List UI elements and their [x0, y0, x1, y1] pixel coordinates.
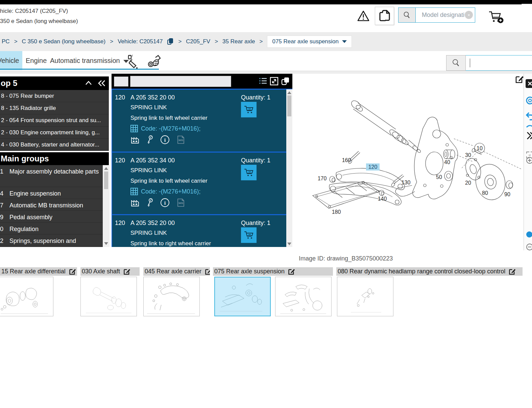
edit-icon[interactable]	[123, 268, 130, 275]
scroll-up-arrow[interactable]	[287, 91, 291, 94]
part-search-input[interactable]	[466, 55, 532, 71]
callout-160[interactable]: 160	[342, 157, 351, 163]
collapse-up-icon[interactable]	[84, 80, 93, 87]
top5-item[interactable]: 4 - 030 Battery, starter and alternator.…	[0, 139, 109, 151]
zoom-out-drawing-icon[interactable]	[526, 243, 532, 251]
callout-10[interactable]: 10	[477, 145, 483, 151]
copy-vin-icon[interactable]	[167, 38, 174, 45]
part-entry[interactable]: 120 A 205 352 20 00 Quantity: 1 SPRING L…	[112, 215, 286, 247]
part-number[interactable]: A 205 352 20 00	[130, 94, 175, 101]
edit-drawing-icon[interactable]	[515, 75, 524, 84]
bolt-icon[interactable]	[147, 54, 163, 69]
zoom-slider-handle[interactable]	[526, 231, 532, 238]
info-circle-icon[interactable]: i	[160, 198, 170, 207]
add-part-to-cart-button[interactable]	[241, 165, 257, 180]
parts-filter-input[interactable]	[130, 76, 231, 87]
scrollbar-thumb[interactable]	[104, 172, 108, 189]
hide-panel-icon[interactable]	[526, 131, 532, 140]
scroll-up-arrow[interactable]	[104, 167, 108, 170]
thumbnail-rear-axle-suspension-links[interactable]	[275, 277, 332, 316]
thumbnail-rear-axle-differential[interactable]	[0, 277, 53, 316]
scroll-down-arrow[interactable]	[104, 242, 108, 245]
add-part-to-cart-button[interactable]	[241, 102, 257, 117]
part-search-button[interactable]	[446, 55, 466, 71]
thumbnail-rear-axle-carrier[interactable]	[143, 277, 200, 316]
part-entry[interactable]: 120 A 205 352 34 00 Quantity: 1 SPRING L…	[112, 153, 286, 215]
breadcrumb-item-series[interactable]: C205_FV	[186, 38, 210, 45]
main-group-item[interactable]: 0 Regulation	[0, 223, 103, 234]
collapse-left-icon[interactable]	[97, 80, 106, 87]
tab-transmission[interactable]: Automatic transmission	[50, 51, 129, 70]
callout-180[interactable]: 180	[332, 209, 341, 215]
technical-drawing-panel[interactable]: 160 170 120 130 140 180 10 30 40 50 20 8…	[292, 74, 532, 250]
edit-icon[interactable]	[205, 268, 210, 275]
subgroup-header-015[interactable]: 15 Rear axle differential	[0, 267, 77, 276]
callout-80[interactable]: 80	[482, 190, 488, 196]
expand-icon[interactable]	[270, 77, 279, 86]
part-number[interactable]: A 205 352 34 00	[130, 157, 175, 164]
parts-list-scrollbar[interactable]	[286, 89, 292, 247]
part-number[interactable]: A 205 352 20 00	[130, 220, 175, 227]
tab-vehicle[interactable]: Vehicle	[0, 51, 22, 70]
breadcrumb-item-vehicle[interactable]: Vehicle: C205147	[118, 38, 163, 45]
breadcrumb-item-catalog[interactable]: PC	[2, 38, 10, 45]
info-circle-icon[interactable]: i	[160, 135, 170, 144]
warning-icon[interactable]	[357, 10, 369, 22]
top5-item[interactable]: 8 - 075 Rear bumper	[0, 90, 109, 102]
callout-140[interactable]: 140	[378, 196, 387, 202]
oil-service-icon[interactable]	[126, 54, 140, 69]
part-code-row[interactable]: Code: -(M276+M016);	[130, 188, 201, 195]
edit-icon[interactable]	[69, 268, 76, 275]
model-search-input[interactable]: Model designati	[416, 8, 465, 22]
subgroup-header-075[interactable]: 075 Rear axle suspension	[213, 267, 333, 276]
wis-icon[interactable]: WIS	[176, 198, 185, 207]
position-filter-input[interactable]	[114, 76, 128, 87]
breadcrumb-item-group[interactable]: 35 Rear axle	[222, 38, 255, 45]
key-icon[interactable]	[147, 135, 153, 144]
duplicate-icon[interactable]	[281, 77, 290, 86]
callout-130[interactable]: 130	[402, 180, 411, 185]
subgroup-header-080[interactable]: 080 Rear dynamic headlamp range control …	[336, 267, 523, 276]
subgroup-header-030[interactable]: 030 Axle shaft	[80, 267, 140, 276]
subgroup-header-045[interactable]: 045 Rear axle carrier	[143, 267, 210, 276]
thumbnail-headlamp-range-control[interactable]	[337, 277, 393, 316]
add-part-to-cart-button[interactable]	[241, 227, 257, 243]
edit-icon[interactable]	[509, 268, 516, 275]
top5-item[interactable]: 2 - 030 Engine compartment lining, g...	[0, 127, 109, 139]
main-group-item[interactable]: 2 Springs, suspension and	[0, 234, 103, 247]
main-group-item[interactable]: 1 Major assembly detachable parts	[0, 165, 103, 187]
compare-documents-button[interactable]	[375, 7, 394, 25]
callout-30[interactable]: 30	[465, 152, 471, 158]
callout-40[interactable]: 40	[444, 159, 450, 165]
part-entry[interactable]: 120 A 205 352 20 00 Quantity: 1 SPRING L…	[112, 90, 286, 153]
main-group-item[interactable]: 9 Pedal assembly	[0, 211, 103, 223]
breadcrumb-item-model[interactable]: C 350 e Sedan (long wheelbase)	[22, 38, 106, 45]
thumbnail-rear-axle-suspension-selected[interactable]	[214, 277, 271, 316]
top5-item[interactable]: 8 - 135 Radiator grille	[0, 102, 109, 114]
target-tool-icon[interactable]	[526, 96, 532, 105]
undo-icon[interactable]	[526, 112, 532, 120]
top5-item[interactable]: 2 - 054 Front suspension strut and su...	[0, 114, 109, 127]
callout-170[interactable]: 170	[318, 176, 327, 181]
callout-90[interactable]: 90	[504, 191, 510, 197]
main-group-item[interactable]: 7 Automatic MB transmission	[0, 199, 103, 211]
thumbnail-axle-shaft[interactable]	[80, 277, 137, 316]
list-view-icon[interactable]	[259, 77, 267, 86]
part-code-row[interactable]: Code: -(M276+M016);	[130, 125, 201, 132]
factory-icon[interactable]	[130, 135, 140, 144]
zoom-in-drawing-icon[interactable]	[526, 156, 532, 164]
scroll-down-arrow[interactable]	[287, 243, 291, 245]
tab-engine[interactable]: Engine	[26, 51, 47, 70]
add-to-cart-button[interactable]	[487, 9, 505, 25]
wis-icon[interactable]: WIS	[176, 135, 185, 144]
main-group-item[interactable]: 4 Engine suspension	[0, 187, 103, 199]
callout-50[interactable]: 50	[436, 174, 442, 180]
scrollbar-thumb[interactable]	[287, 95, 291, 116]
model-search-button[interactable]	[398, 8, 416, 22]
callout-20[interactable]: 20	[465, 180, 471, 186]
sidebar-scrollbar[interactable]	[103, 165, 110, 247]
key-icon[interactable]	[147, 198, 153, 207]
factory-icon[interactable]	[130, 198, 140, 207]
redo-icon[interactable]	[526, 122, 532, 131]
callout-120-selected[interactable]: 120	[368, 164, 378, 170]
